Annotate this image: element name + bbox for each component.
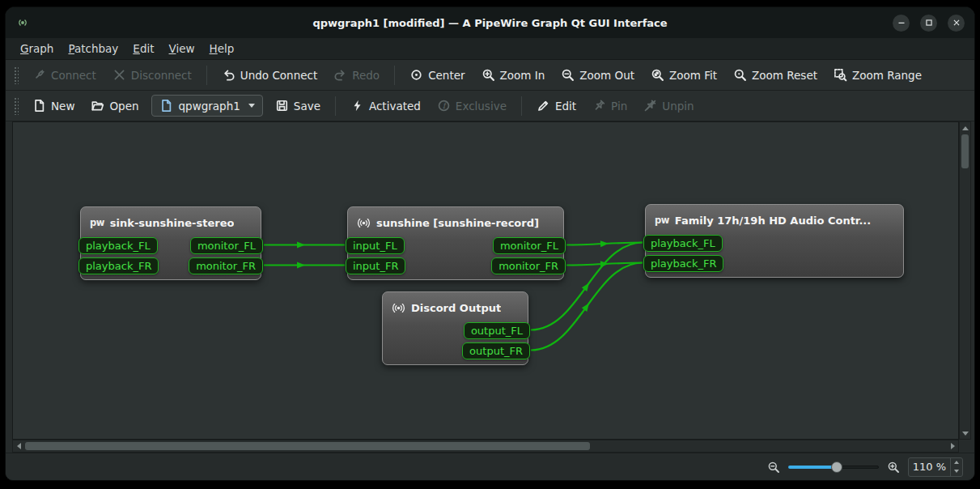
minimize-icon [896,17,907,28]
toolbar-file: New Open qpwgraph1 Save Activated f Excl… [6,91,974,121]
new-label: New [51,100,74,113]
scroll-right-button[interactable] [947,440,958,452]
pipewire-icon: pw [90,217,104,228]
zoom-in-icon [482,68,495,82]
node-title: Family 17h/19h HD Audio Contr... [675,215,871,227]
toolbar-edit: Connect Disconnect Undo Connect Redo Cen… [6,60,974,91]
center-button[interactable]: Center [402,64,472,86]
port-sunshine-monitor-fl[interactable]: monitor_FL [493,237,566,254]
disconnect-icon [112,68,126,82]
new-button[interactable]: New [25,95,82,117]
port-sunshine-input-fr[interactable]: input_FR [346,257,405,274]
scroll-left-button[interactable] [13,440,24,452]
port-sink-monitor-fl[interactable]: monitor_FL [190,237,263,254]
vertical-scrollbar-thumb[interactable] [961,134,969,168]
port-sink-playback-fr[interactable]: playback_FR [78,257,159,274]
zoom-range-button[interactable]: Zoom Range [826,64,929,86]
patchbay-combo[interactable]: qpwgraph1 [151,95,263,117]
open-folder-icon [91,99,104,113]
zoom-reset-button[interactable]: Zoom Reset [726,64,825,86]
toolbar-drag-handle[interactable] [14,97,19,115]
node-sink-sunshine-stereo[interactable]: pw sink-sunshine-stereo playback_FL moni… [80,206,261,280]
zoom-out-label: Zoom Out [579,69,634,82]
node-title: Discord Output [411,302,501,314]
zoom-slider-handle[interactable] [831,461,842,473]
horizontal-scrollbar-thumb[interactable] [25,442,590,450]
statusbar: 110 % [6,453,974,480]
activated-button[interactable]: Activated [343,95,428,117]
pin-icon [592,99,606,113]
unpin-button[interactable]: Unpin [636,95,701,117]
horizontal-scrollbar[interactable] [12,440,959,453]
maximize-icon [923,17,935,28]
toolbar-separator [394,66,395,85]
edit-button[interactable]: Edit [529,95,583,117]
toolbar-separator [206,66,207,85]
maximize-button[interactable] [920,15,937,32]
lightning-icon [350,99,364,113]
zoom-slider[interactable] [788,460,879,474]
node-family-hd-audio[interactable]: pw Family 17h/19h HD Audio Contr... play… [645,204,904,278]
vertical-scrollbar[interactable] [959,121,971,440]
toolbar-separator [521,96,522,116]
connect-icon [32,68,46,82]
redo-button[interactable]: Redo [326,64,387,86]
port-discord-output-fl[interactable]: output_FL [464,322,530,339]
node-header: Discord Output [383,296,528,319]
zoom-range-icon [834,68,847,82]
node-title: sink-sunshine-stereo [110,217,235,229]
app-window: qpwgraph1 [modified] — A PipeWire Graph … [5,6,975,481]
titlebar[interactable]: qpwgraph1 [modified] — A PipeWire Graph … [6,7,974,38]
exclusive-button[interactable]: f Exclusive [430,95,514,117]
zoom-spinbox[interactable]: 110 % [908,457,963,477]
toolbar-drag-handle[interactable] [14,66,19,84]
minimize-button[interactable] [893,15,910,32]
menubar: Graph Patchbay Edit View Help [6,38,974,60]
scroll-down-button[interactable] [960,427,970,439]
zoom-in-button[interactable]: Zoom In [474,64,553,86]
undo-icon [222,68,235,82]
close-button[interactable] [948,15,965,32]
undo-connect-button[interactable]: Undo Connect [214,64,325,86]
zoom-range-label: Zoom Range [852,69,922,82]
port-sunshine-monitor-fr[interactable]: monitor_FR [491,257,566,274]
save-button[interactable]: Save [268,95,328,117]
zoom-spin-down-button[interactable] [951,467,962,476]
disconnect-button[interactable]: Disconnect [105,64,199,86]
graph-canvas[interactable]: pw sink-sunshine-stereo playback_FL moni… [12,121,959,440]
exclusive-icon: f [437,99,451,113]
menu-view[interactable]: View [163,40,202,57]
zoom-value[interactable]: 110 % [909,458,950,476]
connect-label: Connect [51,69,96,82]
port-discord-output-fr[interactable]: output_FR [462,342,530,359]
zoom-fit-button[interactable]: Zoom Fit [643,64,724,86]
undo-connect-label: Undo Connect [240,69,317,82]
port-family-playback-fr[interactable]: playback_FR [643,255,723,272]
port-sink-monitor-fr[interactable]: monitor_FR [189,257,263,274]
port-sunshine-input-fl[interactable]: input_FL [346,237,405,254]
node-sunshine-record[interactable]: sunshine [sunshine-record] input_FL moni… [347,206,564,280]
zoom-reset-label: Zoom Reset [752,69,817,82]
port-sink-playback-fl[interactable]: playback_FL [78,237,158,254]
menu-edit[interactable]: Edit [126,40,160,57]
connect-button[interactable]: Connect [25,64,104,86]
scroll-up-button[interactable] [960,122,970,134]
zoom-spin-up-button[interactable] [951,458,962,467]
menu-patchbay[interactable]: Patchbay [62,40,125,57]
unpin-icon [643,99,657,113]
menu-help[interactable]: Help [203,40,241,57]
edit-pencil-icon [537,99,550,113]
disconnect-label: Disconnect [131,69,192,82]
menu-graph[interactable]: Graph [14,40,60,57]
redo-icon [333,68,347,82]
zoom-fit-icon [651,68,664,82]
port-family-playback-fl[interactable]: playback_FL [643,235,723,252]
node-header: sunshine [sunshine-record] [348,211,563,234]
patchbay-combo-label: qpwgraph1 [179,100,240,113]
open-button[interactable]: Open [83,95,146,117]
zoom-out-button[interactable]: Zoom Out [554,64,642,86]
node-discord-output[interactable]: Discord Output output_FL output_FR [382,291,528,365]
pin-button[interactable]: Pin [585,95,634,117]
close-icon [951,17,962,28]
edit-label: Edit [555,100,576,113]
